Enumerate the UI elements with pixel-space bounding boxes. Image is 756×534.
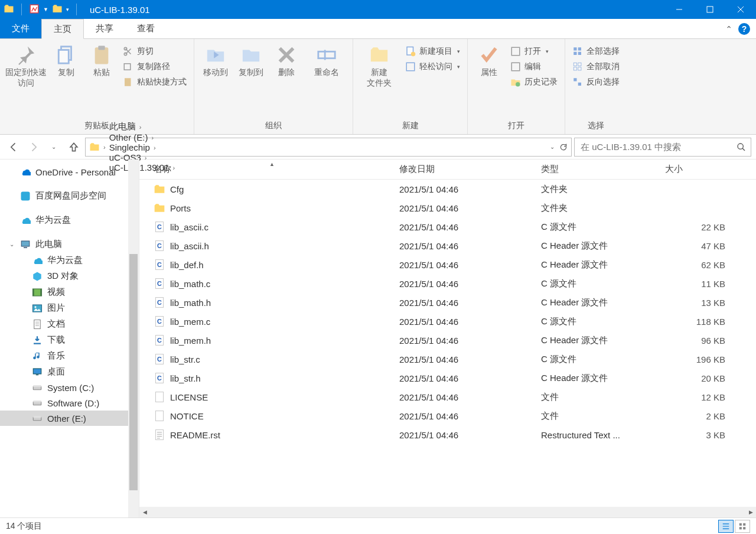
address-dropdown-icon[interactable]: ⌄: [550, 144, 555, 150]
qat-folder-icon-2[interactable]: [52, 4, 63, 16]
sidebar-item[interactable]: 图片: [0, 300, 139, 316]
nav-back-button[interactable]: [5, 138, 22, 156]
maximize-button[interactable]: [695, 0, 725, 19]
expand-icon[interactable]: ⌄: [9, 241, 14, 248]
file-row[interactable]: Clib_ascii.h2021/5/1 04:46C Header 源文件47…: [139, 236, 756, 255]
qat-properties-icon[interactable]: [29, 4, 40, 16]
file-row[interactable]: Clib_math.c2021/5/1 04:46C 源文件11 KB: [139, 274, 756, 293]
tab-share[interactable]: 共享: [84, 19, 125, 38]
nav-forward-button[interactable]: [25, 138, 43, 156]
sidebar-item[interactable]: 视频: [0, 284, 139, 300]
cut-button[interactable]: 剪切: [120, 45, 189, 58]
horizontal-scrollbar[interactable]: ◀ ▶: [139, 507, 756, 517]
select-all-button[interactable]: 全部选择: [570, 45, 622, 58]
file-row[interactable]: Clib_mem.h2021/5/1 04:46C Header 源文件96 K…: [139, 331, 756, 350]
sidebar-item[interactable]: Other (E:): [0, 411, 139, 426]
sidebar-scroll-thumb[interactable]: [129, 254, 138, 490]
qat-chevron-icon[interactable]: ▼: [43, 6, 48, 12]
minimize-button[interactable]: [664, 0, 695, 19]
help-button[interactable]: ?: [738, 23, 750, 35]
sidebar-item[interactable]: 下载: [0, 332, 139, 348]
sidebar-item[interactable]: 华为云盘: [0, 212, 139, 228]
paste-shortcut-button[interactable]: 粘贴快捷方式: [120, 76, 189, 89]
scroll-right-icon[interactable]: ▶: [745, 507, 756, 517]
new-item-button[interactable]: 新建项目▾: [403, 45, 462, 58]
close-button[interactable]: [725, 0, 756, 19]
sidebar-item[interactable]: OneDrive - Personal: [0, 164, 139, 180]
svg-rect-28: [21, 241, 30, 246]
sidebar-item[interactable]: System (C:): [0, 380, 139, 395]
file-size: 3 KB: [665, 430, 730, 440]
search-input[interactable]: [579, 141, 737, 152]
select-none-button[interactable]: 全部取消: [570, 60, 622, 73]
file-row[interactable]: Cfg2021/5/1 04:46文件夹: [139, 180, 756, 198]
qat-folder-icon[interactable]: [4, 4, 14, 16]
sidebar-item[interactable]: Software (D:): [0, 395, 139, 411]
file-row[interactable]: README.rst2021/5/1 04:46Restructured Tex…: [139, 425, 756, 444]
rename-button[interactable]: 重命名: [305, 41, 348, 119]
file-row[interactable]: Clib_ascii.c2021/5/1 04:46C 源文件22 KB: [139, 217, 756, 236]
file-date: 2021/5/1 04:46: [399, 411, 541, 421]
icons-view-button[interactable]: [735, 520, 750, 533]
search-box[interactable]: [574, 138, 751, 157]
copy-path-button[interactable]: 复制路径: [120, 60, 189, 73]
invert-selection-button[interactable]: 反向选择: [570, 76, 622, 89]
copy-button[interactable]: 复制: [50, 41, 83, 119]
file-row[interactable]: Ports2021/5/1 04:46文件夹: [139, 198, 756, 217]
file-size: 22 KB: [665, 222, 730, 232]
file-type: 文件夹: [541, 203, 665, 214]
column-name[interactable]: ▲名称: [139, 164, 399, 175]
copy-to-button[interactable]: 复制到: [234, 41, 268, 119]
tab-view[interactable]: 查看: [125, 19, 167, 38]
column-type[interactable]: 类型: [541, 164, 665, 175]
refresh-icon[interactable]: [559, 143, 568, 151]
copy-to-icon: [241, 45, 261, 65]
file-row[interactable]: Clib_mem.c2021/5/1 04:46C 源文件118 KB: [139, 312, 756, 331]
qat-dropdown-icon[interactable]: ▾: [66, 6, 69, 12]
address-bar: ⌄ › 此电脑›Other (E:)›Singlechip›uC-OS3›uC-…: [0, 135, 756, 159]
sidebar-item[interactable]: 文档: [0, 316, 139, 332]
collapse-ribbon-icon[interactable]: ⌄: [725, 24, 732, 34]
nav-up-button[interactable]: [65, 138, 83, 156]
file-row[interactable]: Clib_def.h2021/5/1 04:46C Header 源文件62 K…: [139, 255, 756, 274]
nav-recent-dropdown[interactable]: ⌄: [45, 138, 63, 156]
sidebar-item[interactable]: 音乐: [0, 348, 139, 364]
scroll-left-icon[interactable]: ◀: [139, 507, 150, 517]
search-icon[interactable]: [737, 142, 746, 152]
sidebar-item[interactable]: ⌄此电脑: [0, 236, 139, 252]
edit-button[interactable]: 编辑: [508, 60, 560, 73]
file-row[interactable]: Clib_math.h2021/5/1 04:46C Header 源文件13 …: [139, 293, 756, 312]
tab-file[interactable]: 文件: [0, 19, 41, 38]
move-to-button[interactable]: 移动到: [199, 41, 232, 119]
tab-home[interactable]: 主页: [41, 19, 84, 39]
easy-access-button[interactable]: 轻松访问▾: [403, 60, 462, 73]
sidebar-item[interactable]: 桌面: [0, 364, 139, 380]
new-folder-button[interactable]: 新建 文件夹: [358, 41, 400, 119]
file-row[interactable]: Clib_str.c2021/5/1 04:46C 源文件196 KB: [139, 350, 756, 369]
sidebar-scrollbar[interactable]: [128, 159, 139, 517]
paste-button[interactable]: 粘贴: [85, 41, 118, 119]
breadcrumb-bar[interactable]: › 此电脑›Other (E:)›Singlechip›uC-OS3›uC-LI…: [85, 138, 572, 157]
breadcrumb-item[interactable]: Singlechip›: [109, 142, 176, 152]
open-button[interactable]: 打开▾: [508, 45, 560, 58]
column-date[interactable]: 修改日期: [399, 164, 541, 175]
svg-text:C: C: [157, 299, 162, 306]
file-type: Restructured Text ...: [541, 430, 665, 440]
sidebar-item[interactable]: 百度网盘同步空间: [0, 188, 139, 204]
column-size[interactable]: 大小: [665, 164, 730, 175]
details-view-button[interactable]: [718, 520, 734, 533]
history-button[interactable]: 历史记录: [508, 76, 560, 89]
file-row[interactable]: LICENSE2021/5/1 04:46文件12 KB: [139, 388, 756, 406]
file-date: 2021/5/1 04:46: [399, 317, 541, 327]
svg-text:C: C: [157, 261, 162, 268]
breadcrumb-item[interactable]: 此电脑›: [109, 121, 176, 132]
properties-button[interactable]: 属性: [472, 41, 506, 119]
file-row[interactable]: Clib_str.h2021/5/1 04:46C Header 源文件20 K…: [139, 369, 756, 388]
sidebar-item[interactable]: 3D 对象: [0, 268, 139, 284]
pin-to-quick-access-button[interactable]: 固定到快速访问: [5, 41, 47, 119]
sidebar-item[interactable]: 华为云盘: [0, 252, 139, 268]
file-row[interactable]: NOTICE2021/5/1 04:46文件2 KB: [139, 406, 756, 425]
svg-rect-14: [511, 47, 520, 56]
breadcrumb-item[interactable]: Other (E:)›: [109, 132, 176, 142]
delete-button[interactable]: 删除: [270, 41, 303, 119]
